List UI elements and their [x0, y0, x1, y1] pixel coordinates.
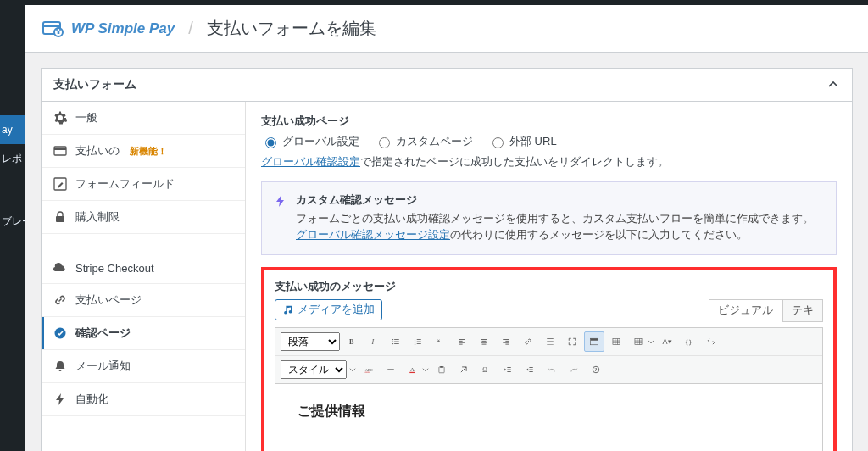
number-list-button[interactable] — [408, 331, 428, 352]
nav-link[interactable]: メール通知 — [42, 350, 245, 382]
global-settings-link[interactable]: グローバル確認設定 — [261, 155, 360, 168]
expand-button[interactable] — [701, 331, 721, 352]
nav-label: 支払いページ — [75, 292, 142, 308]
radio-custom-input[interactable] — [379, 137, 390, 148]
chevron-down-icon — [421, 365, 430, 374]
nav-item-link: 支払いページ — [42, 284, 245, 317]
nav-label: 自動化 — [75, 392, 108, 407]
success-message-editor-block: 支払い成功のメッセージ メディアを追加 ビジュアル テキ — [261, 267, 837, 451]
nav-badge: 新機能！ — [130, 145, 167, 158]
tab-text[interactable]: テキ — [782, 299, 823, 322]
style-select[interactable]: スタイル — [281, 360, 347, 379]
chevron-up-icon[interactable] — [826, 78, 840, 92]
wp-side-item[interactable] — [0, 173, 25, 207]
cloud-icon — [53, 261, 67, 275]
bolt-icon — [53, 393, 67, 406]
wp-side-item[interactable]: ay — [0, 115, 25, 144]
wp-side-item[interactable] — [0, 236, 25, 270]
lock-icon — [53, 210, 67, 224]
wp-side-item[interactable]: ブレー — [0, 207, 25, 236]
align-left-button[interactable] — [452, 331, 472, 352]
link-icon — [53, 293, 67, 307]
bullet-list-button[interactable] — [386, 331, 406, 352]
nav-label: メール通知 — [75, 359, 131, 374]
undo-button[interactable] — [542, 359, 562, 380]
nav-link[interactable]: 支払いの新機能！ — [42, 135, 245, 167]
editor-toolbar: 段落 — [275, 327, 823, 384]
nav-label: 支払いの — [75, 143, 120, 159]
brand-logo: WP Simple Pay — [42, 19, 175, 38]
nav-link[interactable]: 購入制限 — [42, 201, 245, 233]
fullscreen-button[interactable] — [562, 331, 582, 352]
radio-external[interactable]: 外部 URL — [488, 134, 557, 149]
add-media-button[interactable]: メディアを追加 — [275, 299, 382, 320]
nav-label: フォームフィールド — [75, 176, 175, 192]
wp-side-item[interactable]: レポ — [0, 144, 25, 173]
special-char-button[interactable] — [476, 359, 496, 380]
notice-link[interactable]: グローバル確認メッセージ設定 — [296, 229, 450, 241]
nav-link[interactable]: フォームフィールド — [42, 168, 245, 200]
pencil-square-icon — [53, 177, 67, 191]
nav-label: 購入制限 — [75, 209, 120, 225]
notice-text: フォームごとの支払い成功確認メッセージを使用すると、カスタム支払いフローを簡単に… — [296, 211, 824, 244]
radio-external-input[interactable] — [492, 137, 504, 148]
nav-label: 確認ページ — [75, 326, 131, 341]
link-button[interactable] — [518, 331, 538, 352]
success-page-label: 支払い成功ページ — [261, 114, 837, 129]
divider: / — [188, 19, 193, 38]
nav-item-bell: メール通知 — [42, 350, 245, 383]
clear-format-button[interactable] — [453, 359, 474, 380]
font-size-button[interactable]: A▾ — [657, 331, 677, 352]
custom-message-notice: カスタム確認メッセージ フォームごとの支払い成功確認メッセージを使用すると、カス… — [261, 181, 837, 255]
nav-link[interactable]: Stripe Checkout — [42, 253, 245, 283]
nav-label: Stripe Checkout — [75, 262, 154, 275]
chevron-down-icon — [348, 365, 357, 374]
paste-text-button[interactable] — [431, 359, 452, 380]
text-color-button[interactable] — [403, 359, 423, 380]
nav-item-card: 支払いの新機能！ — [42, 135, 245, 168]
bold-button[interactable] — [342, 331, 362, 352]
form-panel: 支払いフォーム 一般支払いの新機能！フォームフィールド購入制限Stripe Ch… — [41, 68, 853, 451]
nav-link[interactable]: 自動化 — [42, 383, 245, 415]
help-button[interactable] — [586, 359, 606, 380]
music-icon — [282, 303, 294, 315]
italic-button[interactable] — [364, 331, 384, 352]
radio-global[interactable]: グローバル設定 — [261, 134, 359, 149]
editor-canvas[interactable]: ご提供情報 — [275, 384, 823, 451]
spellcheck-button[interactable] — [359, 359, 379, 380]
align-center-button[interactable] — [474, 331, 494, 352]
code-button[interactable] — [679, 331, 699, 352]
outdent-button[interactable] — [498, 359, 518, 380]
nav-link[interactable]: 確認ページ — [42, 317, 245, 349]
svg-rect-27 — [43, 25, 60, 27]
brand-icon — [42, 19, 64, 38]
nav-link[interactable]: 一般 — [42, 102, 245, 134]
wp-admin-sidebar: ay レポ ブレー ブレー せ — [0, 5, 25, 451]
align-right-button[interactable] — [496, 331, 516, 352]
settings-body: 支払い成功ページ グローバル設定 カスタムページ 外部 URL グローバル確認設… — [246, 102, 852, 451]
nav-label: 一般 — [75, 110, 97, 125]
chevron-down-icon — [647, 337, 655, 346]
indent-button[interactable] — [520, 359, 540, 380]
radio-global-input[interactable] — [265, 137, 276, 148]
settings-nav: 一般支払いの新機能！フォームフィールド購入制限Stripe Checkout支払… — [42, 102, 246, 451]
tab-visual[interactable]: ビジュアル — [709, 299, 782, 322]
format-select[interactable]: 段落 — [281, 332, 340, 351]
bell-icon — [53, 359, 67, 373]
panel-header[interactable]: 支払いフォーム — [42, 69, 852, 102]
toolbar-toggle-button[interactable] — [584, 331, 604, 352]
success-page-desc: グローバル確認設定で指定されたページに成功した支払いをリダイレクトします。 — [261, 154, 837, 170]
table-button-2[interactable] — [628, 331, 648, 352]
nav-link[interactable]: 支払いページ — [42, 284, 245, 316]
blockquote-button[interactable] — [430, 331, 450, 352]
redo-button[interactable] — [564, 359, 584, 380]
nav-item-cloud: Stripe Checkout — [42, 253, 245, 284]
panel-title: 支払いフォーム — [53, 77, 136, 92]
bolt-icon — [274, 194, 287, 208]
editor-label: 支払い成功のメッセージ — [275, 279, 823, 294]
radio-custom[interactable]: カスタムページ — [375, 134, 473, 149]
svg-rect-29 — [58, 31, 60, 34]
table-button[interactable] — [606, 331, 626, 352]
read-more-button[interactable] — [540, 331, 560, 352]
hr-button[interactable] — [381, 359, 401, 380]
